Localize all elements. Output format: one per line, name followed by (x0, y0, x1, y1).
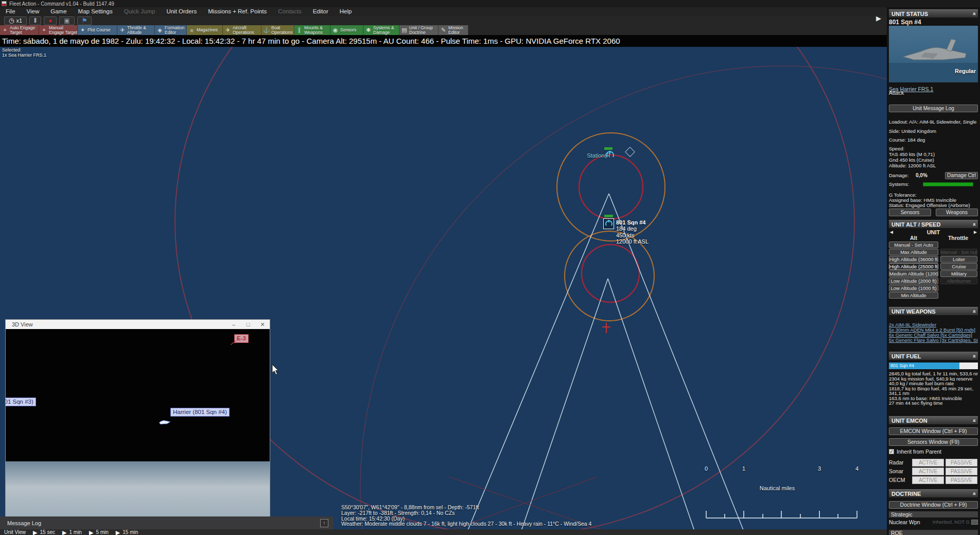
throttle-manual-button: Manual - Set Auto (940, 249, 977, 255)
3d-viewport[interactable]: E-3 Harrier (801 Sqn #3) Harrier (801 Sq… (6, 329, 270, 517)
menu-contacts: Contacts (272, 7, 307, 16)
menu-editor[interactable]: Editor (307, 7, 334, 16)
pin-button[interactable]: ⚑ (77, 16, 92, 25)
contact-label-e3[interactable]: E-3 (234, 334, 249, 343)
mounts-weapons-button[interactable]: ∥ Mounts &Weapons (294, 25, 330, 35)
station-label: Station(R (565, 152, 610, 159)
sonar-active-button[interactable]: ACTIVE (912, 468, 944, 475)
collapse-icon[interactable]: » (970, 419, 978, 422)
menu-view[interactable]: View (21, 7, 45, 16)
throttle-loiter-button[interactable]: Loiter (940, 256, 977, 263)
throttle-cruise-button[interactable]: Cruise (940, 263, 977, 270)
boat-icon: ⚓ (263, 27, 270, 33)
record-button[interactable]: ● (44, 16, 57, 25)
alt-low1000-button[interactable]: Low Altitude (1000 ft) (889, 285, 938, 291)
left-arrow-icon[interactable]: ◄ (889, 229, 894, 235)
unit-label-sqn3[interactable]: Harrier (801 Sqn #3) (6, 398, 36, 406)
unit-alt-speed-header[interactable]: UNIT ALT / SPEED » (889, 220, 978, 228)
manual-engage-target-button[interactable]: ⌖ ManualEngage Target (39, 25, 78, 35)
checkbox-icon[interactable]: ✓ (889, 449, 894, 454)
weapon-link[interactable]: 2x AIM-9L Sidewinder (889, 322, 978, 327)
unit-emcon-header[interactable]: UNIT EMCON » (889, 416, 978, 424)
3d-view-window[interactable]: 3D View – □ ✕ E-3 Harrier (801 Sqn #3) H… (5, 319, 270, 517)
weapon-link[interactable]: 5x Generic Flare Salvo [3x Cartridges, S… (889, 338, 978, 343)
range-ring-red-lower (582, 245, 639, 302)
unit-label-sqn4[interactable]: Harrier (801 Sqn #4) (170, 408, 230, 417)
throttle-altitude-button[interactable]: ✈ Throttle &Altitude (117, 25, 155, 35)
magazines-button[interactable]: ≡ Magazines (187, 25, 223, 35)
unit-message-log-button[interactable]: Unit Message Log (889, 105, 978, 112)
taskbar-15sec[interactable]: ▶15 sec (33, 529, 55, 535)
weapons-panel-button[interactable]: Weapons (936, 209, 978, 216)
sidebar-expand-icon[interactable]: ▶ (876, 14, 881, 22)
message-log-expand-button[interactable]: ↑ (320, 519, 328, 527)
mission-editor-button[interactable]: ✎ MissionEditor (439, 25, 468, 35)
unit-status-header[interactable]: UNIT STATUS » (889, 9, 978, 18)
alt-high36000-button[interactable]: High Altitude (36000 ft) (889, 256, 938, 263)
formation-editor-button[interactable]: ◈ FormationEditor (155, 25, 187, 35)
doctrine-header[interactable]: DOCTRINE » (889, 489, 978, 497)
weapon-link[interactable]: 5x 30mm ADEN Mk4 x 2 Burst [50 rnds] (889, 327, 978, 333)
aircraft-operations-button[interactable]: ✈ AircraftOperations (223, 25, 261, 35)
alt-high25000-button[interactable]: High Altitude (25000 ft) (889, 263, 938, 270)
collapse-icon[interactable]: » (970, 310, 978, 313)
alt-max-button[interactable]: Max Altitude (889, 249, 938, 255)
alt-low2000-button[interactable]: Low Altitude (2000 ft) (889, 278, 938, 284)
camera-button[interactable]: ▣ (59, 16, 74, 25)
alt-medium-button[interactable]: Medium Altitude (12000 ft) (889, 270, 938, 277)
taskbar-15min[interactable]: ▶15 min (116, 529, 138, 535)
radar-passive-button[interactable]: PASSIVE (946, 459, 977, 467)
menu-unit-orders[interactable]: Unit Orders (161, 7, 202, 16)
menu-file[interactable]: File (0, 7, 21, 16)
right-arrow-icon[interactable]: ► (973, 229, 978, 235)
oecm-active-button[interactable]: ACTIVE (912, 476, 944, 484)
sonar-passive-button[interactable]: PASSIVE (946, 468, 977, 475)
systems-damage-button[interactable]: ✱ Systems &Damage (363, 25, 399, 35)
maximize-icon[interactable]: □ (241, 320, 255, 329)
taskbar-unit-view[interactable]: Unit View (4, 529, 26, 535)
scale-label: 4 (852, 465, 862, 472)
oecm-passive-button[interactable]: PASSIVE (946, 476, 977, 484)
unit-type-link[interactable]: Sea Harrier FRS.1 (889, 84, 978, 90)
weapon-link[interactable]: 6x Generic Chaff Salvo [5x Cartridges] (889, 333, 978, 338)
throttle-military-button[interactable]: Military (940, 270, 977, 277)
menu-help[interactable]: Help (334, 7, 358, 16)
taskbar-1min[interactable]: ▶1 min (62, 529, 82, 535)
time-status-bar: Time: sábado, 1 de mayo de 1982 - Zulu: … (0, 35, 887, 47)
sensors-window-button[interactable]: Sensors Window (F9) (889, 438, 978, 446)
sensors-button[interactable]: ◉ Sensors (330, 25, 363, 35)
doctrine-window-button[interactable]: Doctrine Window (Ctrl + F9) (889, 501, 978, 509)
menu-missions-ref-points[interactable]: Missions + Ref. Points (202, 7, 272, 16)
damage-ctrl-button[interactable]: Damage Ctrl (945, 172, 978, 179)
auto-engage-target-button[interactable]: ⌖ Auto EngageTarget (0, 25, 39, 35)
alt-min-button[interactable]: Min Altitude (889, 292, 938, 299)
close-icon[interactable]: ✕ (255, 320, 270, 329)
menu-bar: File View Game Map Settings Quick Jump U… (0, 7, 980, 16)
collapse-icon[interactable]: » (970, 223, 978, 226)
scale-label: 1 (739, 465, 749, 472)
unit-fuel-header[interactable]: UNIT FUEL » (889, 352, 978, 360)
alt-manual-button[interactable]: Manual - Set Auto (889, 241, 938, 248)
menu-map-settings[interactable]: Map Settings (73, 7, 118, 16)
collapse-icon[interactable]: » (970, 355, 978, 358)
emcon-window-button[interactable]: EMCON Window (Ctrl + F9) (889, 427, 978, 435)
plot-course-button[interactable]: ✦ Plot Course (78, 25, 117, 35)
message-log-bar[interactable]: Message Log ↑ (0, 516, 334, 529)
inherit-from-parent-row[interactable]: ✓ Inherit from Parent (889, 448, 978, 455)
minimize-icon[interactable]: – (226, 320, 241, 329)
boat-operations-button[interactable]: ⚓ BoatOperations (261, 25, 294, 35)
menu-game[interactable]: Game (45, 7, 72, 16)
nuclear-toggle[interactable] (971, 520, 978, 525)
radar-active-button[interactable]: ACTIVE (912, 459, 944, 467)
selected-unit-symbol[interactable] (603, 218, 614, 229)
taskbar-5min[interactable]: ▶5 min (89, 529, 109, 535)
unit-weapons-header[interactable]: UNIT WEAPONS » (889, 307, 978, 315)
3d-view-title-bar[interactable]: 3D View – □ ✕ (6, 320, 270, 329)
unit-group-doctrine-button[interactable]: ▤ Unit / GroupDoctrine (399, 25, 439, 35)
pause-button[interactable]: ‖ (29, 16, 41, 25)
sensors-icon: ◉ (332, 27, 339, 33)
collapse-icon[interactable]: » (970, 12, 978, 15)
sensors-panel-button[interactable]: Sensors (889, 209, 931, 216)
collapse-icon[interactable]: » (970, 492, 978, 495)
time-compression-button[interactable]: ◷ x1 (4, 16, 27, 25)
